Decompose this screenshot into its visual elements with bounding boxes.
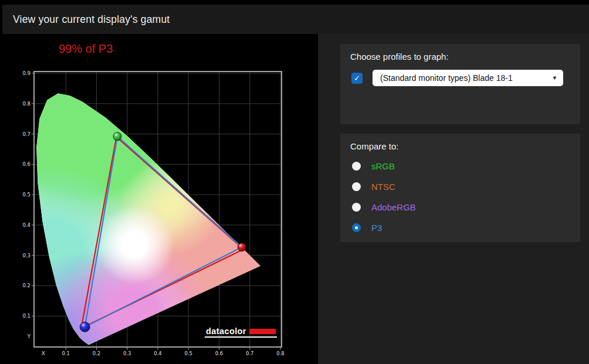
blue-primary-marker [80,322,90,332]
profile-dropdown-value: (Standard monitor types) Blade 18-1 [380,73,549,83]
radio-label-AdobeRGB[interactable]: AdobeRGB [371,202,416,212]
compare-option-NTSC: NTSC [340,176,580,197]
spectral-locus-fill [0,34,318,364]
svg-text:0.6: 0.6 [215,351,224,356]
svg-text:0.7: 0.7 [22,131,31,137]
chevron-down-icon: ▼ [552,75,557,81]
compare-option-AdobeRGB: AdobeRGB [340,197,580,217]
app-window: View your current display's gamut 99% of… [0,0,589,364]
svg-text:0.4: 0.4 [154,351,162,356]
svg-text:0.6: 0.6 [22,161,31,167]
cie-chromaticity-chart: 0.10.20.30.40.50.60.70.80.90.10.20.30.40… [0,34,318,364]
datacolor-logo-red-bar [249,329,276,334]
compare-option-sRGB: sRGB [340,156,580,176]
locus-color-blob [95,205,175,284]
radio-sRGB[interactable] [352,162,361,171]
compare-option-P3: P3 [340,217,580,238]
svg-text:Y: Y [27,334,31,339]
radio-AdobeRGB[interactable] [352,203,361,212]
settings-panel: Choose profiles to graph: ✓ (Standard mo… [318,34,589,364]
svg-text:0.3: 0.3 [123,351,131,356]
svg-text:0.7: 0.7 [246,351,254,356]
compare-heading: Compare to: [340,134,580,151]
svg-text:0.8: 0.8 [22,101,31,107]
profile-dropdown[interactable]: (Standard monitor types) Blade 18-1 ▼ [373,70,563,86]
svg-text:0.2: 0.2 [22,283,31,288]
red-primary-marker [238,243,246,251]
datacolor-logo-text: datacolor [206,328,246,335]
svg-text:0.4: 0.4 [22,222,31,228]
window-title: View your current display's gamut [13,13,170,26]
svg-text:0.5: 0.5 [22,192,31,198]
radio-label-NTSC[interactable]: NTSC [371,182,395,192]
profile-checkbox[interactable]: ✓ [351,73,363,84]
compare-section: Compare to: sRGBNTSCAdobeRGBP3 [340,134,580,242]
profiles-heading: Choose profiles to graph: [340,44,580,62]
datacolor-logo: datacolor [205,328,277,338]
radio-NTSC[interactable] [352,182,361,191]
svg-text:0.1: 0.1 [22,313,31,319]
radio-label-sRGB[interactable]: sRGB [371,161,395,171]
profiles-section: Choose profiles to graph: ✓ (Standard mo… [340,44,580,124]
svg-text:X: X [42,351,45,356]
compare-options-list: sRGBNTSCAdobeRGBP3 [340,156,580,238]
svg-text:0.2: 0.2 [93,351,101,356]
gamut-chart-panel: 99% of P3 0.10.20.30.40.50.60.70.80.90.1… [0,34,318,364]
radio-P3[interactable] [352,223,361,232]
window-title-bar: View your current display's gamut [2,5,589,34]
radio-label-P3[interactable]: P3 [371,223,382,233]
check-icon: ✓ [354,73,360,84]
green-primary-marker [113,132,121,141]
svg-text:0.1: 0.1 [62,351,70,356]
svg-text:0.3: 0.3 [22,253,31,258]
svg-text:0.8: 0.8 [276,351,285,356]
profile-row: ✓ (Standard monitor types) Blade 18-1 ▼ [351,70,563,86]
svg-text:0.5: 0.5 [184,351,192,356]
svg-text:0.9: 0.9 [22,70,31,76]
